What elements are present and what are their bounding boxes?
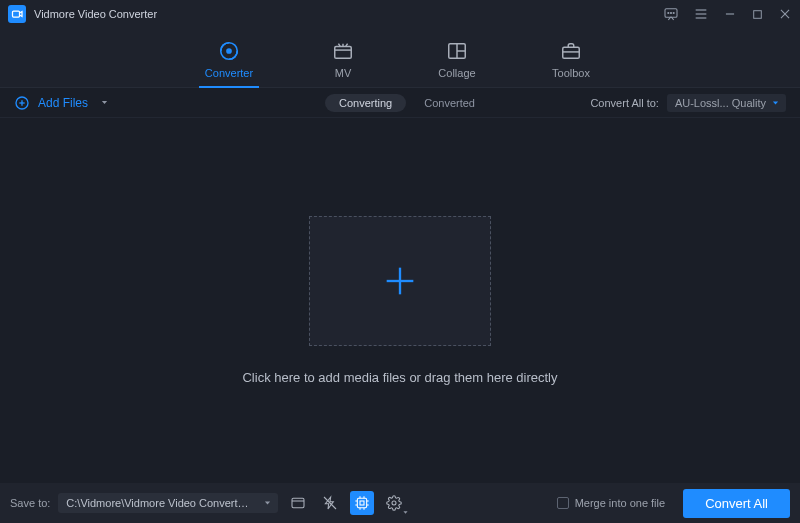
svg-rect-27 <box>360 501 364 505</box>
svg-point-4 <box>673 12 674 13</box>
format-selected-value: AU-Lossl... Quality <box>675 97 766 109</box>
nav-label: Collage <box>438 67 475 79</box>
save-path-select[interactable]: C:\Vidmore\Vidmore Video Converter\Conve… <box>58 493 278 513</box>
merge-checkbox[interactable]: Merge into one file <box>557 497 666 509</box>
sub-toolbar: Add Files Converting Converted Convert A… <box>0 88 800 118</box>
nav-mv[interactable]: MV <box>311 41 375 87</box>
svg-point-3 <box>670 12 671 13</box>
svg-rect-9 <box>754 10 762 18</box>
save-path-value: C:\Vidmore\Vidmore Video Converter\Conve… <box>66 497 278 509</box>
nav-label: Converter <box>205 67 253 79</box>
settings-button[interactable] <box>382 491 406 515</box>
merge-label: Merge into one file <box>575 497 666 509</box>
format-select[interactable]: AU-Lossl... Quality <box>667 94 786 112</box>
plus-circle-icon <box>14 95 30 111</box>
add-files-label: Add Files <box>38 96 88 110</box>
minimize-icon[interactable] <box>723 7 737 21</box>
nav-label: Toolbox <box>552 67 590 79</box>
open-folder-button[interactable] <box>286 491 310 515</box>
app-logo <box>8 5 26 23</box>
convert-all-to-label: Convert All to: <box>590 97 658 109</box>
bottom-bar: Save to: C:\Vidmore\Vidmore Video Conver… <box>0 483 800 523</box>
nav-label: MV <box>335 67 352 79</box>
svg-rect-14 <box>335 46 352 58</box>
nav-toolbox[interactable]: Toolbox <box>539 41 603 87</box>
menu-icon[interactable] <box>693 6 709 22</box>
svg-rect-0 <box>13 11 20 17</box>
feedback-icon[interactable] <box>663 6 679 22</box>
title-bar: Vidmore Video Converter <box>0 0 800 28</box>
close-icon[interactable] <box>778 7 792 21</box>
drop-hint: Click here to add media files or drag th… <box>242 370 557 385</box>
plus-icon <box>380 261 420 301</box>
save-to-label: Save to: <box>10 497 50 509</box>
svg-rect-26 <box>358 498 367 507</box>
chevron-down-icon <box>771 98 780 107</box>
converter-icon <box>218 41 240 61</box>
maximize-icon[interactable] <box>751 8 764 21</box>
main-nav: Converter MV Collage Toolbox <box>0 28 800 88</box>
main-area: Click here to add media files or drag th… <box>0 118 800 483</box>
convert-all-button[interactable]: Convert All <box>683 489 790 518</box>
hw-accel-off-button[interactable] <box>318 491 342 515</box>
tab-converting[interactable]: Converting <box>325 94 406 112</box>
collage-icon <box>446 41 468 61</box>
nav-converter[interactable]: Converter <box>197 41 261 87</box>
checkbox-icon <box>557 497 569 509</box>
svg-point-2 <box>668 12 669 13</box>
svg-point-13 <box>227 49 231 53</box>
svg-rect-18 <box>563 47 580 58</box>
mv-icon <box>332 41 354 61</box>
app-title: Vidmore Video Converter <box>34 8 157 20</box>
toolbox-icon <box>560 41 582 61</box>
svg-rect-24 <box>292 498 304 507</box>
chevron-down-icon <box>100 98 109 107</box>
svg-point-36 <box>392 501 396 505</box>
gpu-accel-button[interactable] <box>350 491 374 515</box>
add-files-button[interactable]: Add Files <box>14 95 109 111</box>
chevron-down-icon <box>402 509 409 516</box>
tab-converted[interactable]: Converted <box>424 97 475 109</box>
drop-zone[interactable] <box>309 216 491 346</box>
nav-collage[interactable]: Collage <box>425 41 489 87</box>
chevron-down-icon <box>263 499 272 508</box>
